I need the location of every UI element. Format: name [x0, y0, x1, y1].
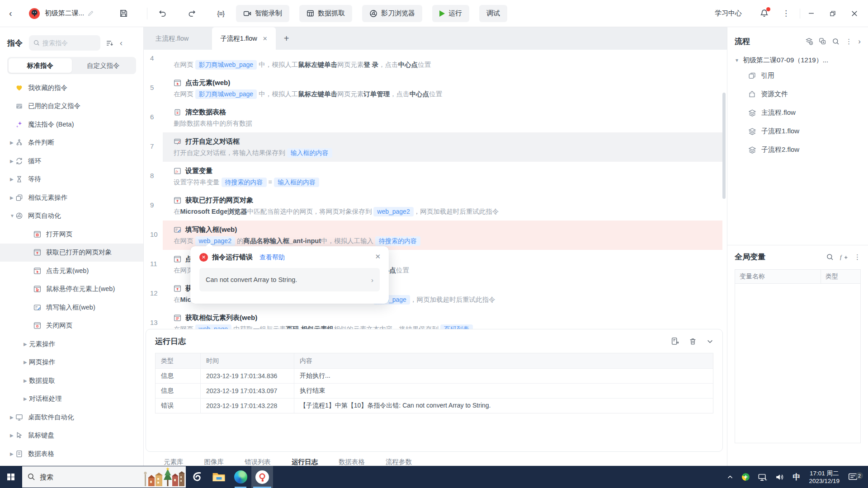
caret-right-icon[interactable]: ▶	[10, 433, 15, 438]
collapse-panel-icon[interactable]	[707, 338, 713, 345]
sidebar-item[interactable]: 鼠标悬停在元素上(web)	[0, 280, 143, 299]
variable-pill[interactable]: 输入框的内容	[287, 148, 332, 158]
sidebar-tab-standard[interactable]: 标准指令	[9, 58, 72, 73]
sidebar-item[interactable]: 打开网页	[0, 225, 143, 244]
save-button[interactable]	[119, 9, 128, 18]
clear-log-icon[interactable]	[689, 338, 697, 345]
taskbar-search-box[interactable]	[22, 466, 186, 488]
caret-down-icon[interactable]: ▼	[10, 213, 15, 218]
start-button[interactable]	[0, 466, 22, 488]
sidebar-item[interactable]: 魔法指令 (Beta)	[0, 115, 143, 134]
variable-pill[interactable]: 待搜索的内容	[375, 236, 420, 246]
yingdao-browser-button[interactable]: 影刀浏览器	[362, 5, 422, 22]
tray-network-icon[interactable]	[754, 473, 771, 481]
view-help-link[interactable]: 查看帮助	[259, 253, 285, 262]
taskbar-clock[interactable]: 17:01 周二 2023/12/19	[804, 469, 844, 485]
notifications-bell-icon[interactable]	[760, 9, 769, 18]
collapse-sidebar-icon[interactable]: ‹	[120, 38, 123, 48]
learning-center-link[interactable]: 学习中心	[715, 9, 742, 18]
bottom-tab[interactable]: 图像库	[204, 455, 224, 466]
bottom-tab[interactable]: 运行日志	[292, 455, 318, 466]
flow-tree-root[interactable]: ▼ 初级第二课07-09（1219）...	[735, 54, 861, 66]
sidebar-item[interactable]: 我收藏的指令	[0, 79, 143, 97]
bottom-tab[interactable]: 元素库	[164, 455, 184, 466]
sidebar-item[interactable]: 已用的自定义指令	[0, 97, 143, 116]
bottom-tab[interactable]: 错误列表	[245, 455, 271, 466]
undo-button[interactable]	[158, 9, 167, 18]
sidebar-item[interactable]: 关闭网页	[0, 317, 143, 335]
sidebar-item[interactable]: ▶元素操作	[0, 335, 143, 353]
edit-title-icon[interactable]	[87, 10, 94, 17]
more-menu-icon[interactable]: ⋮	[782, 9, 790, 18]
flow-tab-0[interactable]: 主流程.flow	[144, 27, 200, 50]
flow-tree-item[interactable]: 子流程1.flow	[735, 122, 861, 141]
add-flow-icon[interactable]	[805, 38, 813, 45]
log-row[interactable]: 信息2023-12-19 17:01:43.097执行结束	[156, 383, 713, 398]
minimize-button[interactable]	[800, 0, 822, 27]
instruction-search-box[interactable]	[29, 35, 100, 51]
taskbar-yingdao[interactable]	[251, 466, 273, 488]
flow-tree-item[interactable]: 引用	[735, 66, 861, 85]
variable-pill[interactable]: web_page2	[195, 236, 235, 246]
search-input[interactable]	[42, 39, 92, 47]
caret-right-icon[interactable]: ▶	[24, 396, 29, 401]
caret-right-icon[interactable]: ▶	[10, 415, 15, 420]
restore-button[interactable]	[822, 0, 844, 27]
flow-step-10[interactable]: 10填写输入框(web)在网页 web_page2 的商品名称输入框_ant-i…	[144, 221, 727, 250]
variable-pill[interactable]: 影刀商城web_page	[195, 89, 257, 99]
flow-step-5[interactable]: 5点击元素(web)在网页 影刀商城web_page 中，模拟人工鼠标左键单击网…	[144, 74, 727, 103]
sort-icon[interactable]	[106, 39, 113, 47]
sidebar-item[interactable]: ▶数据表格	[0, 445, 143, 463]
flow-tree-item[interactable]: 主流程.flow	[735, 103, 861, 122]
search-vars-icon[interactable]	[826, 253, 834, 261]
flow-step-4[interactable]: 4在网页 影刀商城web_page 中，模拟人工鼠标左键单击网页元素登 录，点击…	[144, 50, 727, 74]
flow-step-8[interactable]: 8fx设置变量设置字符串变量 待搜索的内容 = 输入框的内容	[144, 162, 727, 191]
sidebar-item[interactable]: ▶网页操作	[0, 353, 143, 372]
search-flow-icon[interactable]	[832, 38, 840, 45]
variable-pill[interactable]: 影刀商城web_page	[195, 60, 257, 70]
sidebar-item[interactable]: ▶等待	[0, 170, 143, 189]
close-popup-icon[interactable]: ✕	[375, 253, 381, 261]
caret-right-icon[interactable]: ▶	[24, 342, 29, 347]
redo-button[interactable]	[188, 9, 196, 18]
sidebar-item[interactable]: ▼网页自动化	[0, 207, 143, 225]
sidebar-tab-custom[interactable]: 自定义指令	[72, 58, 135, 73]
tray-volume-icon[interactable]	[771, 473, 788, 481]
collapse-flow-panel-icon[interactable]: ›	[858, 37, 861, 46]
log-row[interactable]: 错误2023-12-19 17:01:43.228【子流程1】中第【10】条指令…	[156, 398, 713, 413]
close-tab-icon[interactable]: ✕	[263, 35, 268, 42]
smart-record-button[interactable]: 智能录制	[236, 5, 289, 22]
variable-pill[interactable]: 输入框的内容	[274, 178, 319, 187]
caret-right-icon[interactable]: ▶	[24, 360, 29, 365]
sidebar-item[interactable]: ▶桌面软件自动化	[0, 408, 143, 427]
sidebar-item[interactable]: 填写输入框(web)	[0, 298, 143, 317]
debug-button[interactable]: 调试	[479, 5, 507, 22]
sidebar-item[interactable]: ▶相似元素操作	[0, 188, 143, 207]
variable-pill[interactable]: web_page2	[373, 207, 413, 216]
caret-right-icon[interactable]: ▶	[10, 140, 15, 145]
flow-tree-item[interactable]: 子流程2.flow	[735, 141, 861, 159]
sidebar-item[interactable]: ▶条件判断	[0, 134, 143, 152]
flow-tab-1[interactable]: 子流程1.flow✕	[212, 27, 275, 50]
flow-more-icon[interactable]: ⋮	[845, 38, 852, 46]
variable-pill[interactable]: 待搜索的内容	[222, 178, 267, 187]
caret-right-icon[interactable]: ▶	[10, 177, 15, 182]
sidebar-item[interactable]: ▶数据提取	[0, 371, 143, 390]
new-tab-button[interactable]: +	[276, 27, 297, 50]
sidebar-item[interactable]: ▶循环	[0, 152, 143, 170]
bottom-tab[interactable]: 流程参数	[386, 455, 412, 466]
variables-icon[interactable]: {≡}	[217, 9, 224, 17]
caret-right-icon[interactable]: ▶	[10, 159, 15, 164]
data-capture-button[interactable]: 数据抓取	[299, 5, 352, 22]
flow-step-7[interactable]: 7打开自定义对话框打开自定义对话框，将输入结果保存到 输入框的内容	[144, 132, 727, 162]
caret-right-icon[interactable]: ▶	[10, 451, 15, 456]
taskbar-edge[interactable]	[230, 466, 251, 488]
run-button[interactable]: 运行	[432, 5, 469, 22]
taskbar-file-explorer[interactable]	[208, 466, 230, 488]
close-button[interactable]	[844, 0, 865, 27]
tray-expand-icon[interactable]	[723, 474, 737, 480]
ime-indicator[interactable]: 中	[788, 472, 804, 482]
sidebar-item[interactable]: ▶对话框处理	[0, 390, 143, 408]
sidebar-item[interactable]: 获取已打开的网页对象	[0, 244, 143, 262]
sidebar-item[interactable]: 点击元素(web)	[0, 262, 143, 280]
